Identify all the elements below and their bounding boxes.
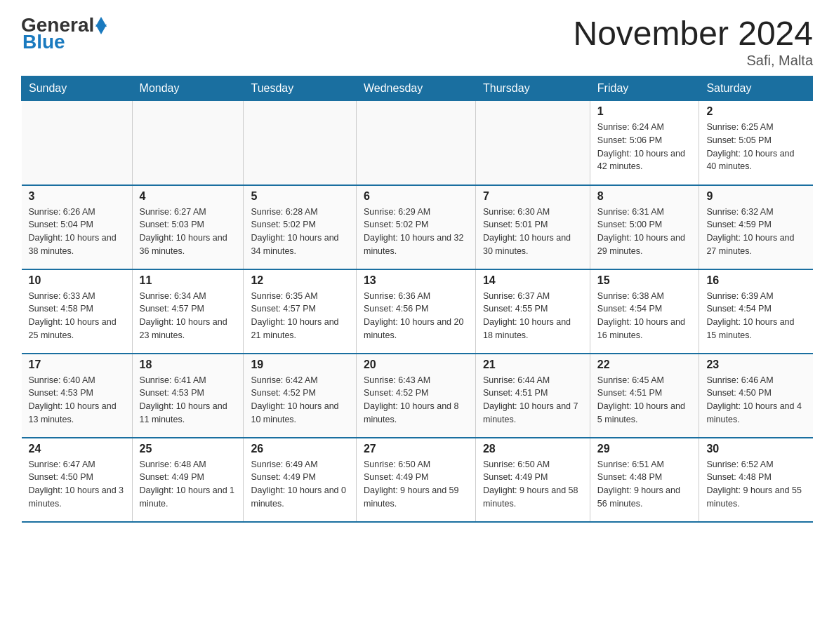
day-info: Sunrise: 6:34 AM Sunset: 4:57 PM Dayligh… (140, 290, 237, 342)
calendar-cell: 22Sunrise: 6:45 AM Sunset: 4:51 PM Dayli… (590, 354, 699, 438)
day-info: Sunrise: 6:48 AM Sunset: 4:49 PM Dayligh… (140, 458, 237, 511)
day-info: Sunrise: 6:27 AM Sunset: 5:03 PM Dayligh… (140, 206, 237, 258)
day-number: 19 (251, 358, 349, 371)
day-info: Sunrise: 6:26 AM Sunset: 5:04 PM Dayligh… (29, 206, 125, 258)
day-number: 14 (483, 274, 583, 287)
calendar-header-row: SundayMondayTuesdayWednesdayThursdayFrid… (22, 76, 813, 101)
day-number: 22 (597, 358, 692, 371)
day-number: 6 (364, 190, 468, 203)
calendar-cell (244, 101, 357, 185)
calendar-cell: 4Sunrise: 6:27 AM Sunset: 5:03 PM Daylig… (132, 185, 244, 269)
day-info: Sunrise: 6:30 AM Sunset: 5:01 PM Dayligh… (483, 206, 583, 258)
day-info: Sunrise: 6:38 AM Sunset: 4:54 PM Dayligh… (597, 290, 692, 342)
day-number: 25 (140, 443, 237, 455)
day-info: Sunrise: 6:32 AM Sunset: 4:59 PM Dayligh… (706, 206, 805, 258)
day-number: 12 (251, 274, 349, 287)
day-info: Sunrise: 6:46 AM Sunset: 4:50 PM Dayligh… (706, 374, 805, 427)
day-info: Sunrise: 6:42 AM Sunset: 4:52 PM Dayligh… (251, 374, 349, 427)
calendar-cell: 12Sunrise: 6:35 AM Sunset: 4:57 PM Dayli… (244, 269, 357, 354)
day-info: Sunrise: 6:52 AM Sunset: 4:48 PM Dayligh… (706, 458, 805, 511)
day-info: Sunrise: 6:37 AM Sunset: 4:55 PM Dayligh… (483, 290, 583, 342)
day-info: Sunrise: 6:44 AM Sunset: 4:51 PM Dayligh… (483, 374, 583, 427)
day-number: 16 (706, 274, 805, 287)
calendar-week-row: 24Sunrise: 6:47 AM Sunset: 4:50 PM Dayli… (22, 438, 813, 522)
day-number: 23 (706, 358, 805, 371)
page-header: General Blue November 2024 Safi, Malta (21, 14, 813, 69)
calendar-cell (132, 101, 244, 185)
day-number: 17 (29, 358, 125, 371)
calendar-cell: 6Sunrise: 6:29 AM Sunset: 5:02 PM Daylig… (356, 185, 475, 269)
calendar-cell: 23Sunrise: 6:46 AM Sunset: 4:50 PM Dayli… (699, 354, 813, 438)
calendar-week-row: 17Sunrise: 6:40 AM Sunset: 4:53 PM Dayli… (22, 354, 813, 438)
day-number: 8 (597, 190, 692, 203)
day-info: Sunrise: 6:41 AM Sunset: 4:53 PM Dayligh… (140, 374, 237, 427)
day-info: Sunrise: 6:24 AM Sunset: 5:06 PM Dayligh… (597, 121, 692, 173)
calendar-cell: 29Sunrise: 6:51 AM Sunset: 4:48 PM Dayli… (590, 438, 699, 522)
calendar-cell: 14Sunrise: 6:37 AM Sunset: 4:55 PM Dayli… (475, 269, 590, 354)
calendar-cell (356, 101, 475, 185)
calendar-table: SundayMondayTuesdayWednesdayThursdayFrid… (21, 76, 813, 523)
day-info: Sunrise: 6:40 AM Sunset: 4:53 PM Dayligh… (29, 374, 125, 427)
day-number: 24 (29, 443, 125, 455)
calendar-cell: 24Sunrise: 6:47 AM Sunset: 4:50 PM Dayli… (22, 438, 133, 522)
day-number: 13 (364, 274, 468, 287)
calendar-cell: 19Sunrise: 6:42 AM Sunset: 4:52 PM Dayli… (244, 354, 357, 438)
calendar-cell: 17Sunrise: 6:40 AM Sunset: 4:53 PM Dayli… (22, 354, 133, 438)
day-number: 29 (597, 443, 692, 455)
location: Safi, Malta (573, 53, 813, 69)
day-info: Sunrise: 6:47 AM Sunset: 4:50 PM Dayligh… (29, 458, 125, 511)
logo-blue-text: Blue (22, 31, 65, 53)
day-info: Sunrise: 6:31 AM Sunset: 5:00 PM Dayligh… (597, 206, 692, 258)
calendar-cell: 8Sunrise: 6:31 AM Sunset: 5:00 PM Daylig… (590, 185, 699, 269)
day-number: 7 (483, 190, 583, 203)
calendar-cell: 10Sunrise: 6:33 AM Sunset: 4:58 PM Dayli… (22, 269, 133, 354)
header-friday: Friday (590, 76, 699, 101)
day-info: Sunrise: 6:36 AM Sunset: 4:56 PM Dayligh… (364, 290, 468, 342)
day-number: 1 (597, 105, 692, 118)
day-info: Sunrise: 6:43 AM Sunset: 4:52 PM Dayligh… (364, 374, 468, 427)
calendar-cell (22, 101, 133, 185)
header-sunday: Sunday (22, 76, 133, 101)
calendar-cell: 7Sunrise: 6:30 AM Sunset: 5:01 PM Daylig… (475, 185, 590, 269)
calendar-cell: 9Sunrise: 6:32 AM Sunset: 4:59 PM Daylig… (699, 185, 813, 269)
calendar-cell: 11Sunrise: 6:34 AM Sunset: 4:57 PM Dayli… (132, 269, 244, 354)
calendar-cell: 5Sunrise: 6:28 AM Sunset: 5:02 PM Daylig… (244, 185, 357, 269)
calendar-cell: 18Sunrise: 6:41 AM Sunset: 4:53 PM Dayli… (132, 354, 244, 438)
header-tuesday: Tuesday (244, 76, 357, 101)
day-number: 30 (706, 443, 805, 455)
day-number: 26 (251, 443, 349, 455)
day-number: 3 (29, 190, 125, 203)
calendar-cell: 1Sunrise: 6:24 AM Sunset: 5:06 PM Daylig… (590, 101, 699, 185)
calendar-cell: 28Sunrise: 6:50 AM Sunset: 4:49 PM Dayli… (475, 438, 590, 522)
calendar-cell: 20Sunrise: 6:43 AM Sunset: 4:52 PM Dayli… (356, 354, 475, 438)
day-number: 11 (140, 274, 237, 287)
calendar-week-row: 3Sunrise: 6:26 AM Sunset: 5:04 PM Daylig… (22, 185, 813, 269)
day-info: Sunrise: 6:49 AM Sunset: 4:49 PM Dayligh… (251, 458, 349, 511)
day-number: 15 (597, 274, 692, 287)
header-monday: Monday (132, 76, 244, 101)
day-info: Sunrise: 6:25 AM Sunset: 5:05 PM Dayligh… (706, 121, 805, 173)
day-number: 2 (706, 105, 805, 118)
day-number: 21 (483, 358, 583, 371)
calendar-cell: 2Sunrise: 6:25 AM Sunset: 5:05 PM Daylig… (699, 101, 813, 185)
calendar-cell: 27Sunrise: 6:50 AM Sunset: 4:49 PM Dayli… (356, 438, 475, 522)
logo: General Blue (21, 14, 107, 53)
day-info: Sunrise: 6:29 AM Sunset: 5:02 PM Dayligh… (364, 206, 468, 258)
day-number: 10 (29, 274, 125, 287)
calendar-cell: 3Sunrise: 6:26 AM Sunset: 5:04 PM Daylig… (22, 185, 133, 269)
calendar-cell: 13Sunrise: 6:36 AM Sunset: 4:56 PM Dayli… (356, 269, 475, 354)
day-number: 28 (483, 443, 583, 455)
header-wednesday: Wednesday (356, 76, 475, 101)
calendar-cell: 25Sunrise: 6:48 AM Sunset: 4:49 PM Dayli… (132, 438, 244, 522)
day-info: Sunrise: 6:33 AM Sunset: 4:58 PM Dayligh… (29, 290, 125, 342)
day-info: Sunrise: 6:45 AM Sunset: 4:51 PM Dayligh… (597, 374, 692, 427)
day-info: Sunrise: 6:50 AM Sunset: 4:49 PM Dayligh… (483, 458, 583, 511)
month-title: November 2024 (573, 14, 813, 53)
calendar-cell (475, 101, 590, 185)
day-number: 4 (140, 190, 237, 203)
calendar-cell: 26Sunrise: 6:49 AM Sunset: 4:49 PM Dayli… (244, 438, 357, 522)
calendar-cell: 21Sunrise: 6:44 AM Sunset: 4:51 PM Dayli… (475, 354, 590, 438)
day-info: Sunrise: 6:51 AM Sunset: 4:48 PM Dayligh… (597, 458, 692, 511)
day-number: 9 (706, 190, 805, 203)
title-section: November 2024 Safi, Malta (573, 14, 813, 69)
